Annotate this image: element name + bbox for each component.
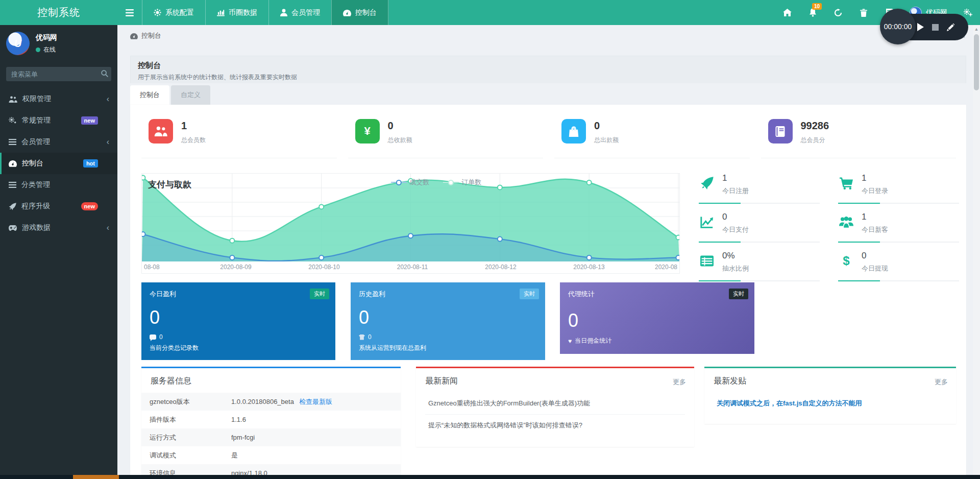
page-description: 用于展示当前系统中的统计数据、统计报表及重要实时数据 xyxy=(138,73,959,82)
nav-item-member-management[interactable]: 会员管理 xyxy=(268,0,331,25)
notifications-bell-icon[interactable]: 10 xyxy=(807,8,818,18)
sidebar-item-dashboard[interactable]: 控制台 hot xyxy=(0,153,117,174)
mini-stat-value: 0 xyxy=(722,212,749,222)
cart-icon xyxy=(838,175,854,191)
chevron-left-icon: ‹ xyxy=(107,94,109,104)
panel-caption: 当日佣金统计 xyxy=(575,337,611,345)
dashboard-icon xyxy=(343,9,351,16)
scroll-up-arrow[interactable]: ▲ xyxy=(973,25,980,33)
mini-stat-label: 今日登录 xyxy=(862,186,888,196)
breadcrumb[interactable]: 控制台 xyxy=(130,31,161,40)
chevron-left-icon: ‹ xyxy=(107,137,109,147)
sidebar-item-general[interactable]: 常规管理 new xyxy=(0,110,117,131)
row-value: 是 xyxy=(223,446,401,464)
nav-item-system-config[interactable]: 系统配置 xyxy=(142,0,205,25)
mini-stat-label: 抽水比例 xyxy=(722,264,749,273)
realtime-badge: 实时 xyxy=(520,289,539,299)
table-row: gznetceo版本 1.0.0.20180806_beta检查最新版 xyxy=(141,393,401,411)
row-value: 1.1.6 xyxy=(223,411,401,428)
legend-marker-teal xyxy=(443,180,458,185)
scrollbar-thumb[interactable] xyxy=(974,34,979,90)
stat-today-registered[interactable]: 1 今日注册 xyxy=(699,172,820,204)
stat-today-new-customers[interactable]: 1 今日新客 xyxy=(838,211,959,243)
stat-card-total-paid-out[interactable]: 0 总出款额 xyxy=(554,115,750,158)
pencil-icon[interactable] xyxy=(947,23,954,31)
x-tick: 2020-08-10 xyxy=(308,264,339,271)
sidebar-item-upgrade[interactable]: 程序升级 new xyxy=(0,196,117,217)
recorder-time-text: 00:00:00 xyxy=(884,22,912,31)
legend-label: 成交数 xyxy=(409,178,429,187)
panel-history-profit[interactable]: 历史盈利 实时 0 0 系统从运营到现在总盈利 xyxy=(351,282,545,360)
stat-rake-ratio[interactable]: 0% 抽水比例 xyxy=(699,250,820,281)
latest-news-title: 最新新闻 xyxy=(416,368,694,393)
stat-today-payments[interactable]: 0 今日支付 xyxy=(699,211,820,243)
dashboard-icon xyxy=(130,33,138,39)
gear-icon xyxy=(154,9,161,16)
table-row: 插件版本 1.1.6 xyxy=(141,411,401,428)
hamburger-icon xyxy=(126,9,134,16)
row-value: fpm-fcgi xyxy=(223,428,401,446)
shirt-icon xyxy=(359,334,365,340)
profile-avatar[interactable]: U xyxy=(6,32,30,55)
comment-icon xyxy=(150,334,156,340)
rocket-icon xyxy=(9,203,16,210)
dollar-icon: $ xyxy=(838,253,854,269)
stop-icon[interactable] xyxy=(932,24,939,31)
legend-item-orders[interactable]: 订单数 xyxy=(443,178,481,187)
panel-sub-value: 0 xyxy=(368,333,372,341)
check-latest-link[interactable]: 检查最新版 xyxy=(299,398,332,405)
profile-name: 优码网 xyxy=(36,33,57,42)
sidebar-item-members[interactable]: 会员管理 ‹ xyxy=(0,131,117,153)
gamepad-icon xyxy=(9,225,17,231)
sidebar-toggle-button[interactable] xyxy=(117,0,142,25)
sidebar: U 优码网 在线 权限管理 ‹ 常规管理 new xyxy=(0,25,117,479)
stat-card-total-points[interactable]: 99286 总会员分 xyxy=(761,115,957,158)
stat-card-total-members[interactable]: 1 总会员数 xyxy=(141,115,337,158)
home-icon[interactable] xyxy=(782,8,792,18)
post-item[interactable]: 关闭调试模式之后，在fast.js自定义的方法不能用 xyxy=(714,393,947,416)
sidebar-item-permissions[interactable]: 权限管理 ‹ xyxy=(0,88,117,110)
tab-dashboard[interactable]: 控制台 xyxy=(130,85,169,105)
stat-today-withdrawals[interactable]: $ 0 今日提现 xyxy=(838,250,959,281)
play-icon[interactable] xyxy=(917,23,924,31)
panel-today-profit[interactable]: 今日盈利 实时 0 0 当前分类总记录数 xyxy=(141,282,335,360)
mini-stat-value: 0 xyxy=(862,251,888,261)
search-icon[interactable] xyxy=(101,70,108,77)
stat-cards-row: 1 总会员数 ¥ 0 总收款额 0 总出款额 xyxy=(141,115,956,158)
page-scrollbar[interactable]: ▲ xyxy=(973,25,980,475)
nav-item-dashboard[interactable]: 控制台 xyxy=(331,0,388,25)
news-item[interactable]: 提示“未知的数据格式或网络错误”时该如何排查错误? xyxy=(425,415,685,436)
news-more-link[interactable]: 更多 xyxy=(673,377,686,387)
tab-custom[interactable]: 自定义 xyxy=(171,85,210,105)
panel-agent-stats[interactable]: 代理统计 实时 0 ♥当日佣金统计 xyxy=(560,282,754,354)
nav-item-coin-data[interactable]: 币圈数据 xyxy=(205,0,268,25)
panel-caption: 当前分类总记录数 xyxy=(150,344,327,352)
legend-item-deals[interactable]: 成交数 xyxy=(390,178,429,187)
sidebar-item-label: 会员管理 xyxy=(21,137,50,147)
posts-more-link[interactable]: 更多 xyxy=(935,377,948,387)
news-item[interactable]: Gznetceo重磅推出强大的FormBuilder(表单生成器)功能 xyxy=(425,393,685,415)
stat-today-logins[interactable]: 1 今日登录 xyxy=(838,172,959,204)
sidebar-item-game-data[interactable]: 游戏数据 ‹ xyxy=(0,217,117,238)
mini-stat-value: 1 xyxy=(862,173,888,183)
trash-icon[interactable] xyxy=(859,8,869,18)
x-tick: 2020-08 xyxy=(655,264,677,271)
refresh-icon[interactable] xyxy=(833,8,843,18)
online-status-icon xyxy=(36,47,40,52)
stat-value: 99286 xyxy=(801,120,829,132)
nav-item-label: 会员管理 xyxy=(291,8,320,17)
payments-withdrawals-chart: 支付与取款 成交数 订单数 08-08 2020-08-09 2020-08-1… xyxy=(141,173,680,274)
yen-icon: ¥ xyxy=(355,119,380,143)
realtime-badge: 实时 xyxy=(310,289,329,299)
panel-title: 今日盈利 xyxy=(150,290,327,299)
notification-badge: 10 xyxy=(812,3,822,10)
recorder-timer[interactable]: 00:00:00 xyxy=(880,9,916,44)
settings-gears-icon[interactable] xyxy=(963,8,973,18)
stat-value: 0 xyxy=(594,120,619,132)
users-icon xyxy=(9,96,17,103)
sidebar-item-label: 常规管理 xyxy=(22,116,51,125)
stat-value: 0 xyxy=(388,120,412,132)
sidebar-item-categories[interactable]: 分类管理 xyxy=(0,174,117,196)
stat-card-total-received[interactable]: ¥ 0 总收款额 xyxy=(348,115,544,158)
sidebar-search-input[interactable] xyxy=(6,67,111,81)
